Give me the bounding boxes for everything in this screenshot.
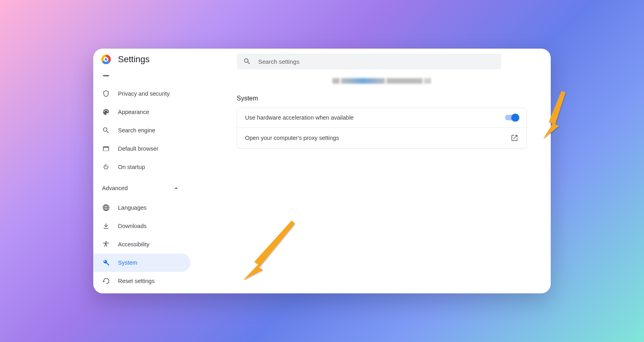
download-icon <box>102 222 110 230</box>
chrome-logo-icon <box>101 55 111 64</box>
sidebar-item-label: Default browser <box>118 145 159 152</box>
section-title: System <box>237 95 527 102</box>
hardware-acceleration-row: Use hardware acceleration when available <box>237 108 526 127</box>
row-label: Open your computer's proxy settings <box>245 135 339 141</box>
sidebar-item-label: Downloads <box>118 223 147 229</box>
power-icon <box>102 163 110 171</box>
sidebar-item-label: Languages <box>118 204 147 211</box>
svg-rect-0 <box>103 75 109 76</box>
sidebar: Privacy and security Appearance Search e… <box>93 73 213 293</box>
shield-icon <box>102 90 110 98</box>
sidebar-item-search-engine[interactable]: Search engine <box>93 121 190 140</box>
accessibility-icon <box>102 240 110 248</box>
sidebar-item-accessibility[interactable]: Accessibility <box>93 235 190 254</box>
system-settings-card: Use hardware acceleration when available… <box>237 108 527 149</box>
proxy-settings-row[interactable]: Open your computer's proxy settings <box>237 127 526 148</box>
sidebar-item-label: Reset settings <box>118 278 155 284</box>
palette-icon <box>102 108 110 116</box>
sidebar-item-privacy[interactable]: Privacy and security <box>93 85 190 103</box>
chevron-up-icon <box>172 184 180 192</box>
page-title: Settings <box>118 54 150 65</box>
wrench-icon <box>102 259 110 267</box>
sidebar-item-label: Accessibility <box>118 241 149 248</box>
sidebar-item-languages[interactable]: Languages <box>93 199 190 217</box>
sidebar-item-downloads[interactable]: Downloads <box>93 217 190 235</box>
globe-icon <box>102 204 110 212</box>
sidebar-item-reset[interactable]: Reset settings <box>93 272 190 290</box>
restore-icon <box>102 277 110 285</box>
sidebar-item-label: Privacy and security <box>118 90 170 97</box>
settings-window: Settings Privacy and security Appearance <box>93 49 551 293</box>
sidebar-item-on-startup[interactable]: On startup <box>93 158 190 176</box>
main-content: System Use hardware acceleration when av… <box>237 74 527 293</box>
sidebar-item-system[interactable]: System <box>93 254 190 272</box>
sidebar-item-label: On startup <box>118 164 145 170</box>
header: Settings <box>93 49 551 69</box>
external-link-icon <box>510 134 518 142</box>
row-label: Use hardware acceleration when available <box>245 114 353 121</box>
sidebar-advanced-header[interactable]: Advanced <box>93 179 213 197</box>
browser-icon <box>102 145 110 153</box>
sidebar-item-autofill[interactable] <box>93 73 190 85</box>
obscured-text <box>326 77 438 85</box>
sidebar-item-appearance[interactable]: Appearance <box>93 103 190 121</box>
autofill-icon <box>102 73 110 79</box>
hardware-acceleration-toggle[interactable] <box>505 115 518 120</box>
search-engine-icon <box>102 126 110 134</box>
sidebar-item-label: Search engine <box>118 127 155 134</box>
sidebar-item-default-browser[interactable]: Default browser <box>93 140 190 158</box>
advanced-label: Advanced <box>102 185 128 191</box>
sidebar-item-label: System <box>118 259 137 266</box>
sidebar-item-label: Appearance <box>118 109 149 115</box>
